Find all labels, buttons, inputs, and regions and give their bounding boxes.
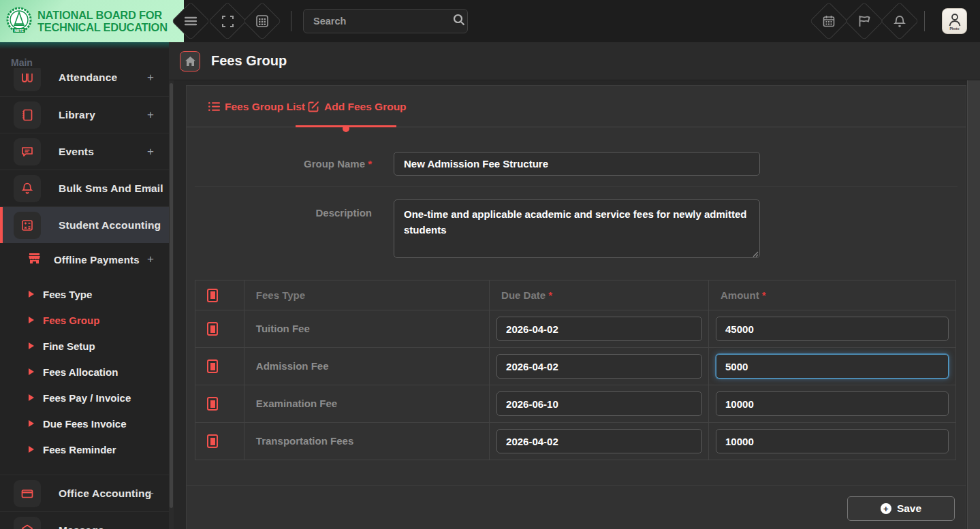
topbar-divider — [924, 11, 925, 31]
calendar-button[interactable] — [810, 2, 849, 41]
hamburger-icon — [178, 8, 204, 34]
table-row: Tuition Fee — [195, 310, 956, 348]
message-icon — [14, 517, 41, 529]
row-checkbox[interactable] — [207, 434, 218, 448]
column-header-due-date: Due Date * — [490, 289, 552, 301]
sidebar-item-student-accounting[interactable]: Student Accounting − — [0, 206, 169, 243]
expand-plus-icon[interactable]: + — [147, 182, 154, 195]
sidebar-item-fees-group[interactable]: Fees Group — [0, 307, 169, 333]
table-row: Transportation Fees — [195, 423, 956, 460]
caret-right-icon — [29, 342, 34, 349]
plus-circle-icon: + — [881, 503, 891, 514]
sidebar-item-message[interactable]: Message — [0, 511, 169, 529]
edit-icon — [308, 101, 319, 112]
expand-plus-icon[interactable]: + — [147, 71, 154, 84]
sidebar-item-fees-allocation[interactable]: Fees Allocation — [0, 359, 169, 385]
fees-group-card: Fees Group List Add Fees Group Group Nam… — [186, 85, 966, 529]
expand-plus-icon[interactable]: + — [147, 253, 154, 266]
page-scrollbar[interactable] — [967, 80, 980, 529]
sidebar: Main Attendance + Library + — [0, 42, 169, 529]
sidebar-item-office-accounting[interactable]: Office Accounting + — [0, 475, 169, 511]
caret-right-icon — [29, 368, 34, 375]
expand-plus-icon[interactable]: + — [147, 145, 154, 159]
sidebar-item-offline-payments[interactable]: Offline Payments + — [0, 243, 169, 276]
bell-icon — [887, 8, 913, 34]
fee-type-name: Transportation Fees — [244, 435, 353, 447]
amount-input[interactable] — [716, 391, 949, 416]
sidebar-item-fees-pay-invoice[interactable]: Fees Pay / Invoice — [0, 385, 169, 411]
group-name-input[interactable] — [394, 152, 760, 176]
sidebar-item-library[interactable]: Library + — [0, 96, 169, 133]
search-input[interactable] — [304, 16, 453, 27]
caret-right-icon — [29, 394, 34, 401]
search-icon[interactable] — [453, 14, 465, 29]
sidebar-top-gradient — [0, 42, 169, 49]
row-checkbox[interactable] — [207, 397, 218, 411]
required-asterisk: * — [548, 289, 552, 301]
group-name-label: Group Name * — [187, 158, 372, 170]
events-icon — [14, 138, 41, 165]
sidebar-item-due-fees-invoice[interactable]: Due Fees Invoice — [0, 411, 169, 436]
due-date-input[interactable] — [496, 391, 702, 416]
caret-right-icon — [29, 291, 34, 298]
expand-plus-icon[interactable]: + — [147, 108, 154, 122]
row-checkbox[interactable] — [207, 322, 218, 336]
fees-table: Fees Type Due Date * Amount * Tuition Fe… — [195, 280, 956, 460]
amount-input[interactable] — [716, 429, 949, 453]
user-avatar[interactable]: Photo — [942, 8, 967, 34]
grid-icon — [249, 8, 275, 34]
content-area: Fees Group List Add Fees Group Group Nam… — [174, 80, 980, 529]
select-all-checkbox[interactable] — [207, 289, 218, 302]
table-row: Examination Fee — [195, 385, 956, 423]
sidebar-item-bulk-sms-and-email[interactable]: Bulk Sms And Email + — [0, 170, 169, 206]
row-checkbox[interactable] — [207, 359, 218, 373]
sidebar-item-fees-reminder[interactable]: Fees Reminder — [0, 436, 169, 462]
collapse-minus-icon[interactable]: − — [147, 219, 154, 232]
tabs-row: Fees Group List Add Fees Group — [187, 86, 966, 127]
description-label: Description — [187, 207, 372, 219]
column-header-fees-type: Fees Type — [244, 289, 305, 301]
save-button[interactable]: + Save — [847, 496, 955, 521]
topbar-divider — [291, 11, 291, 31]
due-date-input[interactable] — [496, 317, 702, 341]
apps-grid-button[interactable] — [243, 2, 282, 41]
caret-right-icon — [29, 317, 34, 323]
sidebar-item-fine-setup[interactable]: Fine Setup — [0, 333, 169, 359]
due-date-input[interactable] — [496, 354, 702, 379]
fees-table-header-row: Fees Type Due Date * Amount * — [195, 280, 956, 310]
expand-plus-icon[interactable]: + — [147, 487, 154, 500]
notifications-button[interactable] — [881, 2, 919, 41]
home-button[interactable] — [180, 51, 200, 71]
sidebar-scrollbar-thumb[interactable] — [170, 83, 173, 508]
tab-fees-group-list[interactable]: Fees Group List — [208, 86, 305, 127]
required-asterisk: * — [762, 289, 766, 301]
amount-input[interactable] — [716, 317, 949, 341]
description-input[interactable]: One-time and applicable academic and ser… — [394, 199, 760, 258]
fee-type-name: Examination Fee — [244, 398, 337, 409]
form-divider — [195, 186, 958, 187]
logo[interactable]: NBTE NATIONAL BOARD FOR TECHNICAL EDUCAT… — [0, 0, 184, 42]
fullscreen-button[interactable] — [208, 2, 247, 41]
sidebar-scrollbar[interactable] — [169, 80, 174, 529]
sidebar-item-fees-type[interactable]: Fees Type — [0, 281, 169, 307]
breadcrumb-bar: Fees Group — [169, 42, 980, 80]
sidebar-item-events[interactable]: Events + — [0, 133, 169, 170]
person-icon — [947, 12, 962, 27]
search-bar — [303, 9, 468, 33]
caret-right-icon — [29, 446, 34, 453]
sidebar-menu: Attendance + Library + Events + — [0, 68, 169, 529]
list-icon — [208, 101, 220, 112]
home-icon — [185, 56, 196, 67]
fee-type-name: Tuition Fee — [244, 323, 310, 334]
flag-button[interactable] — [845, 2, 884, 41]
attendance-icon — [14, 68, 41, 91]
tab-add-fees-group[interactable]: Add Fees Group — [308, 86, 407, 127]
bulk-sms-icon — [14, 175, 41, 202]
save-button-label: Save — [897, 502, 921, 515]
amount-input-focused[interactable] — [716, 354, 949, 379]
fee-type-name: Admission Fee — [244, 360, 329, 372]
nbte-emblem-icon: NBTE — [3, 5, 35, 37]
due-date-input[interactable] — [496, 429, 702, 453]
tab-label: Add Fees Group — [324, 101, 407, 113]
sidebar-item-attendance[interactable]: Attendance + — [0, 68, 169, 96]
